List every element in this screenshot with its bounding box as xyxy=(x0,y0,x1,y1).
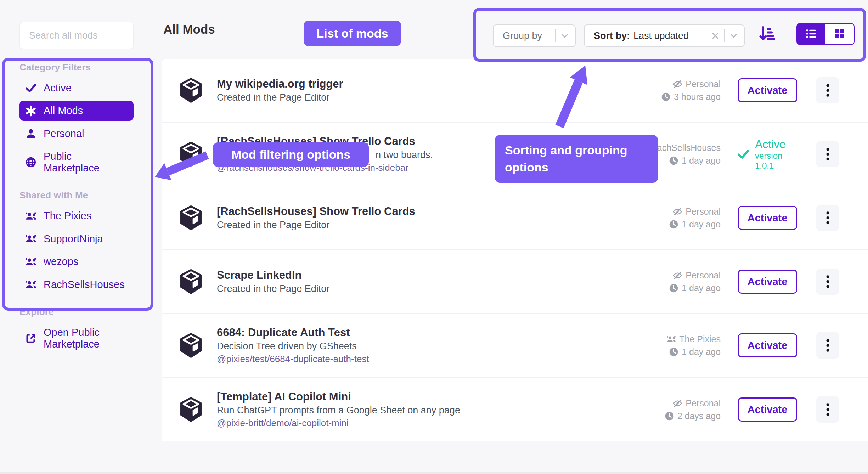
mod-title: [RachSellsHouses] Show Trello Cards xyxy=(217,135,433,148)
users-icon xyxy=(25,279,36,290)
mod-meta: RachSellsHouses 1 day ago xyxy=(638,143,721,166)
mod-subtitle: Run ChatGPT prompts from a Google Sheet … xyxy=(217,405,460,416)
group-by-label: Group by xyxy=(503,30,542,41)
mod-subtitle: Decision Tree driven by GSheets xyxy=(217,341,369,352)
sort-by-select[interactable]: Sort by: Last updated xyxy=(584,24,745,47)
sidebar-item-label: SupportNinja xyxy=(44,233,103,244)
mod-cube-icon xyxy=(179,333,203,358)
mod-updated: 2 days ago xyxy=(677,411,721,421)
sidebar-section: Explore Open Public Marketplace xyxy=(19,306,134,354)
mod-list-row: Scrape LinkedIn Created in the Page Edit… xyxy=(162,250,868,314)
mod-cube-icon xyxy=(179,397,203,422)
sidebar-item-rachsellshouses[interactable]: RachSellsHouses xyxy=(19,275,134,294)
eye-slash-icon xyxy=(673,271,682,280)
eye-slash-icon xyxy=(673,207,682,216)
check-icon xyxy=(736,148,750,160)
search-input[interactable] xyxy=(19,22,134,49)
sort-by-prefix: Sort by: xyxy=(594,30,630,41)
sidebar-item-public-marketplace[interactable]: Public Marketplace xyxy=(19,146,134,178)
sidebar-item-supportninja[interactable]: SupportNinja xyxy=(19,229,134,249)
select-divider xyxy=(724,29,725,42)
mod-subtitle: Created in the Page Editor xyxy=(217,220,415,231)
mod-title: My wikipedia.org trigger xyxy=(217,78,343,90)
mod-actions-menu-button[interactable] xyxy=(816,332,839,359)
chevron-down-icon[interactable] xyxy=(560,31,569,40)
sidebar-item-open-public-marketplace[interactable]: Open Public Marketplace xyxy=(19,322,134,354)
clock-icon xyxy=(669,347,678,357)
sidebar-item-personal[interactable]: Personal xyxy=(19,124,134,143)
activate-button[interactable]: Activate xyxy=(738,78,797,102)
mod-package-id: @rachsellshouses/show-trello-cards-in-si… xyxy=(217,162,433,173)
activate-button[interactable]: Activate xyxy=(738,397,797,422)
activate-button[interactable]: Activate xyxy=(738,333,797,357)
globe-icon xyxy=(25,157,36,168)
mod-package-id: @pixies/test/6684-duplicate-auth-test xyxy=(217,354,369,365)
sidebar-section-title: Explore xyxy=(19,306,134,317)
mod-actions-menu-button[interactable] xyxy=(816,141,839,167)
asterisk-icon xyxy=(25,105,36,117)
sort-direction-button[interactable] xyxy=(758,25,775,42)
sidebar-section-title: Category Filters xyxy=(19,62,134,73)
sidebar-item-the-pixies[interactable]: The Pixies xyxy=(19,206,134,226)
chevron-down-icon[interactable] xyxy=(729,31,738,40)
activate-button[interactable]: Activate xyxy=(738,206,797,230)
mod-list-row: My wikipedia.org trigger Created in the … xyxy=(162,59,868,123)
view-toggle xyxy=(796,23,855,45)
mod-sharing-label: Personal xyxy=(686,207,721,217)
mod-list-row: [RachSellsHouses] Show Trello Cards n tw… xyxy=(162,123,868,186)
mod-actions-menu-button[interactable] xyxy=(816,205,839,231)
mod-meta: Personal 1 day ago xyxy=(669,270,721,293)
users-icon xyxy=(25,210,36,222)
mod-list-row: [Template] AI Copilot Mini Run ChatGPT p… xyxy=(162,378,868,441)
grid-view-button[interactable] xyxy=(825,24,854,44)
sidebar-item-all-mods[interactable]: All Mods xyxy=(19,101,134,120)
mod-title: 6684: Duplicate Auth Test xyxy=(217,326,369,339)
activate-button[interactable]: Activate xyxy=(738,270,797,294)
mod-cube-icon xyxy=(179,205,203,231)
mod-package-id: @pixie-britt/demo/ai-copilot-mini xyxy=(217,418,460,429)
select-divider xyxy=(555,29,556,42)
grid-icon xyxy=(834,28,846,41)
sidebar-section-title: Shared with Me xyxy=(19,190,134,201)
mod-meta: The Pixies 1 day ago xyxy=(666,334,721,357)
clock-icon xyxy=(669,283,678,293)
mod-sharing-label: The Pixies xyxy=(679,334,721,344)
mod-actions-menu-button[interactable] xyxy=(816,396,839,423)
sidebar-nav: Category Filters Active All Mods Persona… xyxy=(19,62,134,354)
sidebar-item-label: The Pixies xyxy=(44,210,91,221)
sidebar-item-active[interactable]: Active xyxy=(19,78,134,98)
mod-title: [RachSellsHouses] Show Trello Cards xyxy=(217,205,415,218)
sidebar-item-wezops[interactable]: wezops xyxy=(19,252,134,271)
mod-subtitle: Created in the Page Editor xyxy=(217,92,343,103)
sidebar-item-label: wezops xyxy=(44,256,78,267)
clock-icon xyxy=(665,411,674,421)
user-icon xyxy=(25,128,36,139)
sidebar-section: Category Filters Active All Mods Persona… xyxy=(19,62,134,178)
mod-title: Scrape LinkedIn xyxy=(217,269,329,282)
mod-cube-icon xyxy=(179,78,203,103)
mod-updated: 3 hours ago xyxy=(674,92,721,102)
sidebar-item-label: Active xyxy=(44,82,72,94)
mod-updated: 1 day ago xyxy=(682,347,721,357)
external-link-icon xyxy=(25,333,36,344)
list-view-button[interactable] xyxy=(797,24,825,44)
sort-by-value: Last updated xyxy=(633,30,689,41)
mod-actions-menu-button[interactable] xyxy=(816,77,839,103)
mod-updated: 1 day ago xyxy=(682,283,721,293)
users-icon xyxy=(25,256,36,267)
mod-actions-menu-button[interactable] xyxy=(816,269,839,295)
users-icon xyxy=(25,233,36,244)
eye-slash-icon xyxy=(673,79,682,89)
mod-updated: 1 day ago xyxy=(682,219,721,230)
mod-list-row: [RachSellsHouses] Show Trello Cards Crea… xyxy=(162,186,868,250)
bottom-divider xyxy=(0,472,868,474)
mod-list-row: 6684: Duplicate Auth Test Decision Tree … xyxy=(162,314,868,378)
users-icon xyxy=(638,143,648,153)
clear-sort-icon[interactable] xyxy=(711,31,720,40)
mod-subtitle: Created in the Page Editor xyxy=(217,283,329,294)
group-by-select[interactable]: Group by xyxy=(493,24,576,47)
mod-updated: 1 day ago xyxy=(682,156,721,166)
mod-sharing-label: Personal xyxy=(686,79,721,89)
check-icon xyxy=(25,82,36,94)
active-status: Active version 1.0.1 xyxy=(736,138,799,171)
